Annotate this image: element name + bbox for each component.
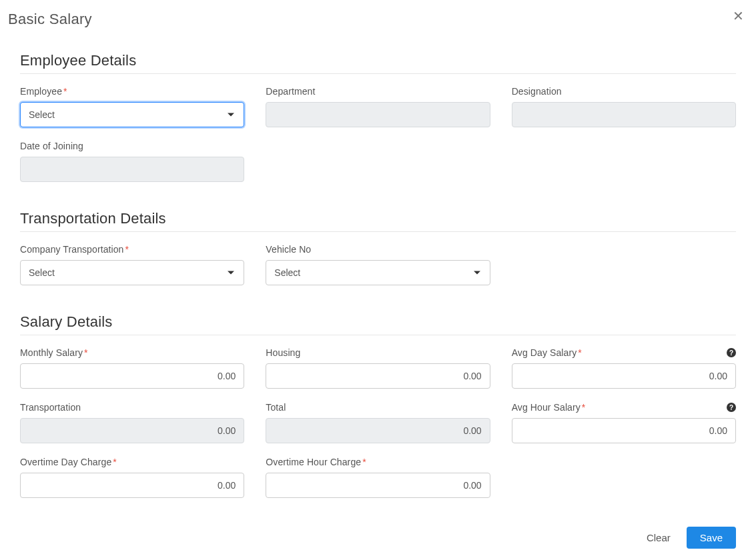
employee-row-1: Employee* Select Department Designation bbox=[20, 86, 736, 127]
avg-day-field[interactable] bbox=[512, 363, 736, 389]
employee-row-2: Date of Joining bbox=[20, 141, 736, 182]
ot-hour-label-text: Overtime Hour Charge bbox=[266, 457, 361, 467]
save-button[interactable]: Save bbox=[687, 527, 736, 549]
clear-button[interactable]: Clear bbox=[644, 528, 673, 547]
monthly-salary-field[interactable] bbox=[20, 363, 244, 389]
section-heading-salary: Salary Details bbox=[20, 299, 736, 335]
avg-day-label: Avg Day Salary* ? bbox=[512, 347, 736, 358]
required-star: * bbox=[125, 244, 129, 255]
total-label: Total bbox=[266, 402, 490, 413]
company-trans-label-text: Company Transportation bbox=[20, 244, 124, 255]
transportation-salary-field bbox=[20, 418, 244, 443]
section-heading-employee: Employee Details bbox=[20, 37, 736, 74]
vehicle-no-select[interactable]: Select bbox=[266, 260, 490, 285]
total-field bbox=[266, 418, 490, 443]
ot-hour-label: Overtime Hour Charge* bbox=[266, 457, 490, 467]
employee-select[interactable]: Select bbox=[20, 102, 244, 127]
doj-label: Date of Joining bbox=[20, 141, 244, 151]
employee-label: Employee* bbox=[20, 86, 244, 97]
chevron-down-icon bbox=[228, 271, 234, 275]
modal-header: Basic Salary ✕ bbox=[0, 0, 756, 35]
help-icon[interactable]: ? bbox=[727, 403, 736, 412]
housing-label: Housing bbox=[266, 347, 490, 358]
avg-hour-label: Avg Hour Salary* ? bbox=[512, 402, 736, 413]
employee-select-value: Select bbox=[29, 109, 55, 120]
section-heading-transportation: Transportation Details bbox=[20, 195, 736, 232]
department-label: Department bbox=[266, 86, 490, 97]
required-star: * bbox=[582, 402, 586, 413]
ot-day-field[interactable] bbox=[20, 473, 244, 498]
avg-hour-field[interactable] bbox=[512, 418, 736, 443]
chevron-down-icon bbox=[228, 113, 234, 117]
close-icon[interactable]: ✕ bbox=[729, 8, 748, 24]
modal-title: Basic Salary bbox=[8, 11, 92, 28]
chevron-down-icon bbox=[474, 271, 480, 275]
transportation-row: Company Transportation* Select Vehicle N… bbox=[20, 244, 736, 285]
avg-day-label-text: Avg Day Salary bbox=[512, 347, 577, 358]
salary-row-2: Transportation Total Avg Hour Salary* ? bbox=[20, 402, 736, 443]
required-star: * bbox=[63, 86, 67, 97]
vehicle-no-label: Vehicle No bbox=[266, 244, 490, 255]
doj-field bbox=[20, 157, 244, 182]
monthly-salary-label-text: Monthly Salary bbox=[20, 347, 83, 358]
modal-body[interactable]: Employee Details Employee* Select Depart… bbox=[0, 35, 756, 517]
vehicle-no-select-value: Select bbox=[274, 267, 300, 278]
ot-day-label-text: Overtime Day Charge bbox=[20, 457, 111, 467]
monthly-salary-label: Monthly Salary* bbox=[20, 347, 244, 358]
ot-day-label: Overtime Day Charge* bbox=[20, 457, 244, 467]
designation-label: Designation bbox=[512, 86, 736, 97]
avg-hour-label-text: Avg Hour Salary bbox=[512, 402, 581, 413]
modal-footer: Clear Save bbox=[0, 517, 756, 558]
basic-salary-modal: Basic Salary ✕ Employee Details Employee… bbox=[0, 0, 756, 558]
help-icon[interactable]: ? bbox=[727, 348, 736, 357]
transportation-salary-label: Transportation bbox=[20, 402, 244, 413]
salary-row-1: Monthly Salary* Housing Avg Day Salary* … bbox=[20, 347, 736, 389]
company-trans-select[interactable]: Select bbox=[20, 260, 244, 285]
housing-field[interactable] bbox=[266, 363, 490, 389]
ot-hour-field[interactable] bbox=[266, 473, 490, 498]
required-star: * bbox=[113, 457, 117, 467]
company-trans-label: Company Transportation* bbox=[20, 244, 244, 255]
department-field bbox=[266, 102, 490, 127]
employee-label-text: Employee bbox=[20, 86, 62, 97]
required-star: * bbox=[84, 347, 88, 358]
designation-field bbox=[512, 102, 736, 127]
company-trans-select-value: Select bbox=[29, 267, 55, 278]
required-star: * bbox=[362, 457, 366, 467]
salary-row-3: Overtime Day Charge* Overtime Hour Charg… bbox=[20, 457, 736, 498]
required-star: * bbox=[578, 347, 582, 358]
